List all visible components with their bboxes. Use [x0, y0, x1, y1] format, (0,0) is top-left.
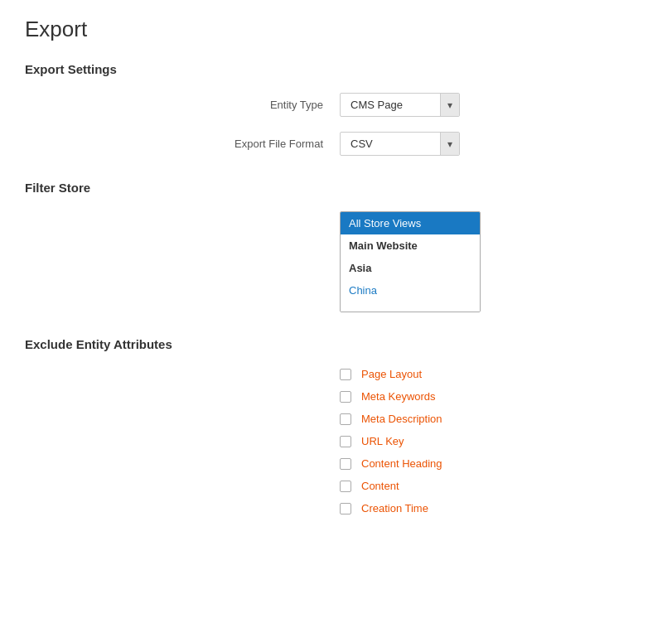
attribute-label: Creation Time	[361, 502, 428, 514]
store-listbox-wrapper: All Store ViewsMain WebsiteAsiaChina	[340, 211, 481, 312]
store-listbox-item[interactable]: Main Website	[341, 234, 480, 257]
export-format-select[interactable]: CSV	[340, 132, 460, 156]
export-settings-section: Export Settings Entity Type CMS Page Exp…	[25, 62, 647, 156]
attribute-label: Page Layout	[361, 368, 422, 380]
attribute-label: Meta Keywords	[361, 390, 436, 403]
attribute-checkbox[interactable]	[340, 481, 351, 492]
store-listbox-item[interactable]: China	[341, 279, 480, 302]
exclude-attributes-title: Exclude Entity Attributes	[25, 337, 647, 351]
entity-type-value: CMS Page	[341, 94, 440, 116]
export-format-row: Export File Format CSV	[25, 132, 647, 156]
attribute-row: URL Key	[25, 435, 647, 447]
store-listbox-item[interactable]: All Store Views	[341, 212, 480, 234]
store-listbox[interactable]: All Store ViewsMain WebsiteAsiaChina	[341, 212, 480, 312]
export-format-dropdown-arrow[interactable]	[440, 133, 459, 155]
entity-type-label: Entity Type	[25, 99, 340, 111]
entity-type-control: CMS Page	[340, 93, 460, 117]
filter-store-title: Filter Store	[25, 181, 647, 195]
attribute-checkbox[interactable]	[340, 413, 351, 425]
attribute-row: Meta Keywords	[25, 390, 647, 403]
entity-type-row: Entity Type CMS Page	[25, 93, 647, 117]
attribute-label: Content Heading	[361, 457, 442, 470]
attribute-checkbox[interactable]	[340, 369, 351, 380]
export-format-value: CSV	[341, 133, 440, 155]
attribute-row: Content Heading	[25, 457, 647, 470]
attribute-row: Page Layout	[25, 368, 647, 380]
entity-type-select[interactable]: CMS Page	[340, 93, 460, 117]
export-settings-title: Export Settings	[25, 62, 647, 76]
export-format-control: CSV	[340, 132, 460, 156]
page-title: Export	[25, 17, 647, 42]
exclude-attributes-section: Exclude Entity Attributes Page LayoutMet…	[25, 337, 647, 514]
attribute-row: Content	[25, 480, 647, 492]
filter-store-section: Filter Store All Store ViewsMain Website…	[25, 181, 647, 312]
entity-type-dropdown-arrow[interactable]	[440, 94, 459, 116]
export-format-label: Export File Format	[25, 138, 340, 150]
attributes-list: Page LayoutMeta KeywordsMeta Description…	[25, 368, 647, 514]
attribute-row: Meta Description	[25, 413, 647, 425]
attribute-checkbox[interactable]	[340, 436, 351, 447]
attribute-checkbox[interactable]	[340, 458, 351, 470]
attribute-label: URL Key	[361, 435, 404, 447]
attribute-row: Creation Time	[25, 502, 647, 514]
attribute-label: Meta Description	[361, 413, 442, 425]
attribute-checkbox[interactable]	[340, 391, 351, 403]
attribute-label: Content	[361, 480, 399, 492]
attribute-checkbox[interactable]	[340, 503, 351, 514]
store-listbox-item[interactable]: Asia	[341, 257, 480, 279]
